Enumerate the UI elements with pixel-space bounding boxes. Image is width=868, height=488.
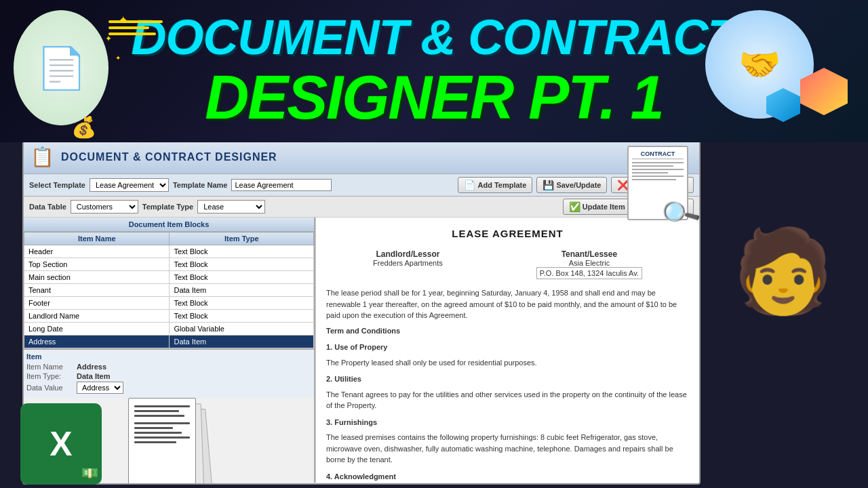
- cell-item-type: Text Block: [170, 271, 314, 284]
- cell-item-type: Text Block: [170, 310, 314, 323]
- doc-preview: LEASE AGREEMENT Landlord/Lessor Fredders…: [315, 218, 699, 483]
- data-value-row: Data Value Address: [26, 382, 311, 394]
- doc-title: LEASE AGREEMENT: [326, 228, 689, 239]
- cell-item-name: Main section: [24, 271, 170, 284]
- table-row[interactable]: Top Section Text Block: [24, 258, 314, 271]
- para1: The lease period shall be for 1 year, be…: [326, 287, 689, 321]
- item-name-value: Address: [77, 363, 106, 371]
- excel-icon: X 💵: [20, 403, 102, 485]
- banner-line2: DESIGNER PT. 1: [132, 64, 737, 131]
- terms-heading: Term and Conditions: [326, 325, 689, 337]
- main-content: Document Item Blocks Item Name Item Type…: [24, 218, 699, 483]
- sparkle-1: ✦: [119, 14, 127, 26]
- items-table: Item Name Item Type Header Text Block To…: [24, 232, 314, 348]
- cell-item-name: Header: [24, 245, 170, 258]
- landlord-label: Landlord/Lessor: [373, 249, 443, 259]
- data-table-dropdown[interactable]: Customers: [71, 200, 138, 214]
- item-name-label: Item Name: [26, 363, 74, 371]
- banner-title: DOCUMENT & CONTRACT DESIGNER PT. 1: [132, 11, 737, 131]
- app-window: 📋 DOCUMENT & CONTRACT DESIGNER Select Te…: [22, 139, 701, 485]
- table-row[interactable]: Header Text Block: [24, 245, 314, 258]
- cell-item-name: Landlord Name: [24, 310, 170, 323]
- left-document-icon: 📄: [14, 10, 108, 125]
- col-item-name: Item Name: [24, 232, 170, 245]
- template-type-dropdown[interactable]: Lease: [197, 200, 265, 214]
- save-update-button[interactable]: 💾 Save/Update: [536, 177, 607, 193]
- item-type-label: Item Type:: [26, 372, 74, 380]
- section2-body: The Tenant agrees to pay for the utiliti…: [326, 389, 689, 411]
- toolbar: Select Template Lease Agreement Template…: [24, 174, 699, 197]
- section3-title: 3. Furnishings: [326, 417, 689, 428]
- data-value-dropdown[interactable]: Address: [77, 382, 123, 394]
- section1-body: The Property leased shall only be used f…: [326, 357, 689, 369]
- sub-toolbar: Data Table Customers Template Type Lease…: [24, 197, 699, 218]
- cell-item-name: Footer: [24, 297, 170, 310]
- cell-item-type: Data Item: [170, 336, 314, 348]
- app-header: 📋 DOCUMENT & CONTRACT DESIGNER: [24, 140, 699, 174]
- tenant-name: Asia Electric: [536, 259, 642, 267]
- add-template-button[interactable]: 📄 Add Template: [458, 177, 532, 193]
- template-name-input[interactable]: [231, 179, 332, 191]
- tenant-address: P.O. Box 148, 1324 Iaculis Av.: [536, 267, 642, 279]
- cell-item-name: Top Section: [24, 258, 170, 271]
- item-detail-section: Item Item Name Address Item Type: Data I…: [24, 348, 314, 398]
- app-logo-icon: 📋: [31, 146, 54, 168]
- cell-item-name: Address: [24, 336, 170, 348]
- item-type-row: Item Type: Data Item: [26, 372, 311, 380]
- table-row[interactable]: Landlord Name Text Block: [24, 310, 314, 323]
- sparkle-2: ✦: [105, 34, 112, 43]
- section4-title: 4. Acknowledgment: [326, 471, 689, 483]
- yellow-decoration: [108, 20, 163, 35]
- table-row[interactable]: Address Data Item: [24, 336, 314, 348]
- blocks-header: Document Item Blocks: [24, 218, 314, 232]
- section1-title: 1. Use of Propery: [326, 342, 689, 353]
- cell-item-name: Long Date: [24, 323, 170, 336]
- template-name-label: Template Name: [173, 181, 228, 189]
- parties-section: Landlord/Lessor Fredders Apartments Tena…: [326, 249, 689, 279]
- table-row[interactable]: Long Date Global Variable: [24, 323, 314, 336]
- contract-illustration: CONTRACT 🔍: [627, 146, 688, 220]
- cell-item-type: Data Item: [170, 284, 314, 297]
- item-type-value: Data Item: [77, 372, 111, 380]
- tenant-section: Tenant/Lessee Asia Electric P.O. Box 148…: [536, 249, 642, 279]
- cell-item-type: Text Block: [170, 258, 314, 271]
- money-icon: 💰: [71, 115, 96, 139]
- tenant-label: Tenant/Lessee: [536, 249, 642, 259]
- table-row[interactable]: Footer Text Block: [24, 297, 314, 310]
- banner: 📄 DOCUMENT & CONTRACT DESIGNER PT. 1 🤝 💰…: [0, 0, 868, 142]
- item-detail-header: Item: [26, 352, 311, 361]
- update-item-button[interactable]: ✅ Update Item: [563, 199, 631, 215]
- landlord-section: Landlord/Lessor Fredders Apartments: [373, 249, 443, 279]
- app-title: DOCUMENT & CONTRACT DESIGNER: [61, 151, 277, 163]
- banner-line1: DOCUMENT & CONTRACT: [132, 11, 737, 64]
- landlord-name: Fredders Apartments: [373, 259, 443, 267]
- update-icon: ✅: [569, 201, 580, 212]
- item-name-row: Item Name Address: [26, 363, 311, 371]
- data-value-label: Data Value: [26, 384, 74, 392]
- section2-title: 2. Utilities: [326, 373, 689, 385]
- col-item-type: Item Type: [170, 232, 314, 245]
- select-template-dropdown[interactable]: Lease Agreement: [90, 178, 169, 192]
- cell-item-type: Global Variable: [170, 323, 314, 336]
- cell-item-type: Text Block: [170, 297, 314, 310]
- add-icon: 📄: [464, 180, 475, 190]
- select-template-label: Select Template: [29, 181, 85, 189]
- section3-body: The leased premises contains the followi…: [326, 432, 689, 466]
- person-decoration: 🧑: [732, 224, 834, 319]
- save-icon: 💾: [542, 180, 554, 190]
- table-row[interactable]: Main section Text Block: [24, 271, 314, 284]
- cell-item-name: Tenant: [24, 284, 170, 297]
- table-row[interactable]: Tenant Data Item: [24, 284, 314, 297]
- template-type-label: Template Type: [142, 203, 193, 211]
- sparkle-3: ✦: [115, 54, 121, 62]
- doc-body: The lease period shall be for 1 year, be…: [326, 287, 689, 483]
- cell-item-type: Text Block: [170, 245, 314, 258]
- data-table-label: Data Table: [29, 203, 66, 211]
